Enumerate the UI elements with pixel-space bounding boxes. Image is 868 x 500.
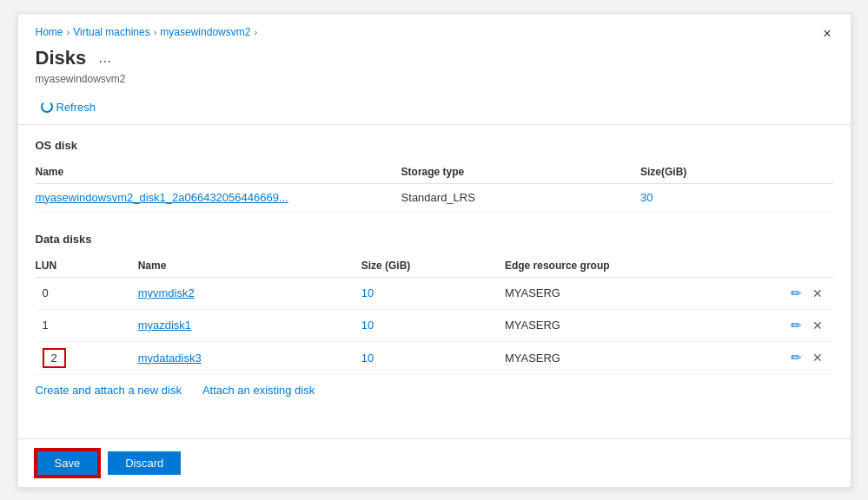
- disk0-delete-button[interactable]: ✕: [809, 285, 826, 302]
- refresh-button[interactable]: Refresh: [36, 97, 102, 117]
- os-disk-size: 30: [633, 183, 833, 211]
- data-disk-row-1: 1 myazdisk1 10 MYASERG ✏: [36, 309, 833, 341]
- edit-icon-1: ✏: [791, 318, 802, 332]
- os-disk-name: myasewindowsvm2_disk1_2a066432056446669.…: [36, 183, 394, 211]
- os-disk-size-value: 30: [640, 191, 653, 204]
- data-disks-table: LUN Name Size (GiB) Edge resource group …: [36, 254, 833, 375]
- breadcrumb-home[interactable]: Home: [36, 26, 63, 38]
- edit-icon-2: ✏: [791, 350, 802, 365]
- toolbar: Refresh: [18, 92, 851, 125]
- disk2-size: 10: [354, 341, 498, 374]
- more-options[interactable]: ...: [95, 49, 115, 67]
- page-title: Disks: [36, 47, 87, 69]
- edit-icon: ✏: [791, 286, 802, 300]
- title-area: Disks ...: [18, 43, 851, 71]
- disk2-name-link[interactable]: mydatadisk3: [138, 352, 202, 365]
- footer: Save Discard: [18, 438, 851, 487]
- delete-icon-2: ✕: [812, 351, 823, 365]
- disk2-delete-button[interactable]: ✕: [809, 349, 826, 366]
- close-button[interactable]: ×: [818, 24, 836, 43]
- disk2-actions: ✏ ✕: [721, 341, 833, 374]
- disk2-lun: 2: [36, 341, 131, 374]
- disk0-edit-button[interactable]: ✏: [787, 284, 805, 303]
- disk0-edge-rg: MYASERG: [498, 277, 721, 309]
- disk2-edit-button[interactable]: ✏: [787, 348, 805, 367]
- disk1-edge-rg: MYASERG: [498, 309, 721, 341]
- panel-subtitle: myasewindowsvm2: [18, 71, 851, 92]
- disk0-actions: ✏ ✕: [721, 277, 833, 309]
- delete-icon: ✕: [812, 286, 823, 300]
- disk0-name: myvmdisk2: [131, 277, 354, 309]
- breadcrumb-sep1: ›: [67, 27, 70, 37]
- os-disk-storage-type: Standard_LRS: [394, 183, 633, 211]
- breadcrumb: Home › Virtual machines › myasewindowsvm…: [18, 14, 851, 43]
- disk0-name-link[interactable]: myvmdisk2: [138, 286, 195, 299]
- dd-col-lun: LUN: [36, 254, 131, 278]
- disk1-size: 10: [354, 309, 498, 341]
- disk1-name-link[interactable]: myazdisk1: [138, 319, 191, 332]
- os-col-storage: Storage type: [394, 161, 633, 184]
- os-disk-name-link[interactable]: myasewindowsvm2_disk1_2a066432056446669.…: [36, 191, 288, 204]
- breadcrumb-vms[interactable]: Virtual machines: [73, 26, 150, 38]
- os-col-name: Name: [36, 161, 394, 184]
- content-area: OS disk Name Storage type Size(GiB) myas…: [18, 125, 851, 438]
- disk1-name: myazdisk1: [131, 309, 354, 341]
- breadcrumb-vm[interactable]: myasewindowsvm2: [160, 26, 250, 38]
- data-disk-row-2: 2 mydatadisk3 10 MYASERG ✏: [36, 341, 833, 374]
- save-button[interactable]: Save: [36, 450, 100, 477]
- breadcrumb-sep3: ›: [254, 27, 257, 37]
- disk1-actions: ✏ ✕: [721, 309, 833, 341]
- attach-existing-disk-link[interactable]: Attach an existing disk: [202, 384, 315, 397]
- disk2-edge-rg: MYASERG: [498, 341, 721, 374]
- dd-col-actions: [721, 254, 833, 278]
- disk0-size: 10: [354, 277, 498, 309]
- disk1-edit-button[interactable]: ✏: [787, 316, 805, 335]
- disks-panel: Home › Virtual machines › myasewindowsvm…: [17, 13, 851, 488]
- discard-button[interactable]: Discard: [108, 451, 181, 475]
- delete-icon-1: ✕: [812, 319, 823, 332]
- os-disk-table: Name Storage type Size(GiB) myasewindows…: [36, 161, 833, 212]
- refresh-icon: [41, 101, 53, 113]
- data-disks-section-title: Data disks: [36, 233, 833, 246]
- data-disks-section: Data disks LUN Name Size (GiB) Edge reso…: [36, 233, 833, 411]
- disk1-lun: 1: [36, 309, 131, 341]
- os-disk-section-title: OS disk: [36, 139, 833, 152]
- dd-col-size: Size (GiB): [354, 254, 498, 278]
- os-disk-row: myasewindowsvm2_disk1_2a066432056446669.…: [36, 183, 833, 211]
- dd-col-edge: Edge resource group: [498, 254, 721, 278]
- data-disk-row-0: 0 myvmdisk2 10 MYASERG ✏: [36, 277, 833, 309]
- disk0-lun: 0: [36, 277, 131, 309]
- os-col-size: Size(GiB): [633, 161, 833, 184]
- refresh-label: Refresh: [56, 101, 96, 114]
- os-disk-section: OS disk Name Storage type Size(GiB) myas…: [36, 139, 833, 212]
- dd-col-name: Name: [131, 254, 354, 278]
- breadcrumb-sep2: ›: [154, 27, 157, 37]
- disk2-name: mydatadisk3: [131, 341, 354, 374]
- create-attach-disk-link[interactable]: Create and attach a new disk: [36, 384, 182, 397]
- disk2-lun-highlighted: 2: [43, 348, 66, 368]
- disk-actions-row: Create and attach a new disk Attach an e…: [36, 375, 833, 411]
- disk1-delete-button[interactable]: ✕: [809, 317, 826, 334]
